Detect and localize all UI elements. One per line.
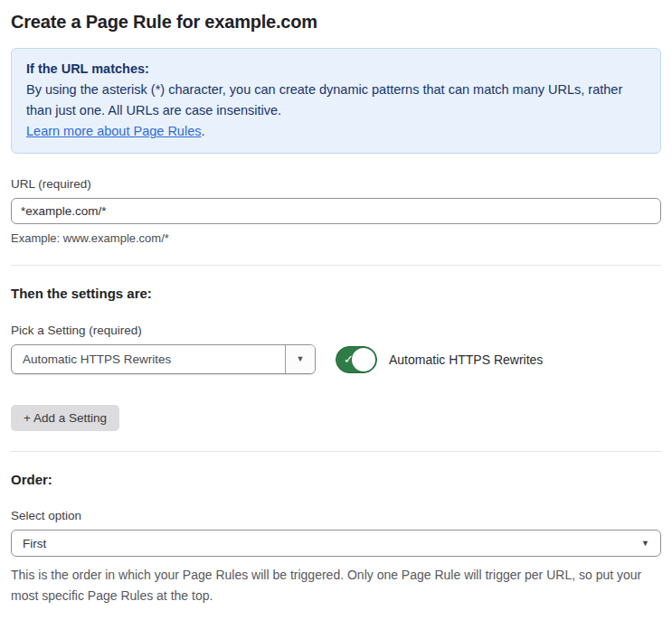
section-divider [11, 265, 661, 266]
create-page-rule-form: Create a Page Rule for example.com If th… [0, 0, 672, 620]
https-rewrites-toggle-group: ✓ Automatic HTTPS Rewrites [336, 346, 543, 373]
url-input[interactable] [11, 198, 661, 224]
setting-dropdown[interactable]: Automatic HTTPS Rewrites ▼ [11, 344, 316, 374]
order-helper-text: This is the order in which your Page Rul… [11, 565, 644, 606]
info-box-body: By using the asterisk (*) character, you… [26, 80, 646, 121]
setting-row: Automatic HTTPS Rewrites ▼ ✓ Automatic H… [11, 344, 661, 374]
url-match-info-box: If the URL matches: By using the asteris… [11, 48, 661, 154]
link-period: . [201, 124, 204, 138]
chevron-down-icon: ▼ [297, 355, 305, 363]
info-box-heading: If the URL matches: [26, 59, 646, 80]
settings-section-heading: Then the settings are: [11, 286, 661, 301]
pick-setting-label: Pick a Setting (required) [11, 324, 661, 337]
select-option-label: Select option [11, 509, 661, 522]
order-select-value: First [23, 537, 46, 550]
https-rewrites-toggle[interactable]: ✓ [336, 346, 377, 373]
url-label: URL (required) [11, 177, 661, 191]
url-example-helper: Example: www.example.com/* [11, 231, 661, 245]
order-section-heading: Order: [11, 472, 661, 487]
order-select[interactable]: First ▼ [11, 530, 661, 557]
add-setting-button[interactable]: + Add a Setting [11, 405, 119, 431]
toggle-knob [352, 348, 375, 371]
setting-dropdown-arrow-button[interactable]: ▼ [285, 345, 315, 373]
setting-dropdown-value: Automatic HTTPS Rewrites [12, 345, 285, 373]
info-link-line: Learn more about Page Rules. [26, 121, 646, 142]
page-title: Create a Page Rule for example.com [11, 12, 661, 33]
learn-more-link[interactable]: Learn more about Page Rules [26, 124, 201, 138]
https-rewrites-toggle-label: Automatic HTTPS Rewrites [389, 352, 543, 367]
url-field-group: URL (required) Example: www.example.com/… [11, 177, 661, 245]
select-arrow-icon: ▼ [641, 540, 649, 548]
section-divider [11, 451, 661, 452]
